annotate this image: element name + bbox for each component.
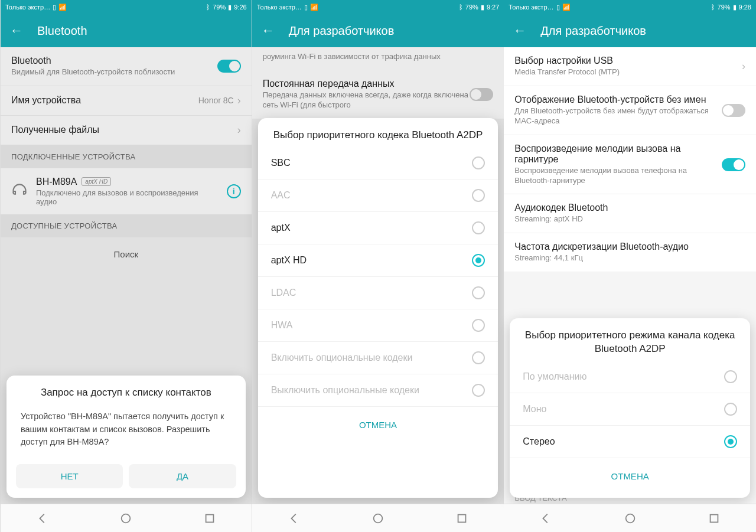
dialog-title: Запрос на доступ к списку контактов xyxy=(6,376,246,404)
nav-back-icon[interactable] xyxy=(288,512,301,525)
bt-noname-row[interactable]: Отображение Bluetooth-устройств без имен… xyxy=(504,86,756,135)
bt-codec-row[interactable]: Аудиокодек Bluetooth Streaming: aptX HD xyxy=(504,194,756,233)
nav-bar xyxy=(252,504,504,532)
codec-option-enable-optional[interactable]: Включить опциональные кодеки xyxy=(258,342,498,374)
row-sub: Воспроизведение мелодии вызова телефона … xyxy=(514,166,722,186)
back-icon[interactable]: ← xyxy=(262,23,275,38)
codec-option-aptxhd[interactable]: aptX HD xyxy=(258,244,498,277)
search-label: Поиск xyxy=(1,237,252,271)
appbar-title: Для разработчиков xyxy=(289,24,395,38)
codec-option-disable-optional[interactable]: Выключить опциональные кодеки xyxy=(258,374,498,407)
sim-icon: ▯ xyxy=(556,4,560,11)
radio-selected-icon xyxy=(472,254,485,267)
row-title: Частота дискретизации Bluetooth-аудио xyxy=(514,241,745,252)
channel-mode-dialog: Выбор приоритетного режима канала кодека… xyxy=(510,318,750,498)
svg-point-2 xyxy=(374,514,383,523)
time-label: 9:27 xyxy=(487,4,499,11)
back-icon[interactable]: ← xyxy=(10,23,23,38)
row-sub: Streaming: aptX HD xyxy=(514,214,745,224)
radio-icon xyxy=(472,384,485,397)
nav-home-icon[interactable] xyxy=(119,512,132,525)
channel-option-mono[interactable]: Моно xyxy=(510,393,750,426)
bluetooth-icon: ᛒ xyxy=(459,4,463,11)
carrier-label: Только экстр… xyxy=(5,4,50,11)
bt-sub: Видимый для Bluetooth-устройств поблизос… xyxy=(11,67,217,77)
wifi-roaming-row[interactable]: роуминга Wi-Fi в зависимости от трафика … xyxy=(252,47,504,70)
radio-icon xyxy=(724,403,737,416)
ringtone-toggle[interactable] xyxy=(722,158,745,171)
row-sub: Передача данных включена всегда, даже ко… xyxy=(263,90,470,110)
row-title: Отображение Bluetooth-устройств без имен xyxy=(514,94,722,105)
phone-screen-1: Только экстр… ▯ 📶 ᛒ 79% ▮ 9:26 ← Bluetoo… xyxy=(0,0,252,532)
radio-icon xyxy=(472,286,485,299)
phone-screen-3: Только экстр… ▯ 📶 ᛒ 79% ▮ 9:28 ← Для раз… xyxy=(504,0,756,532)
chevron-right-icon: › xyxy=(237,124,241,136)
channel-options-list: По умолчанию Моно Стерео xyxy=(510,361,750,458)
codec-badge: aptX HD xyxy=(82,177,111,186)
nav-bar xyxy=(1,504,252,532)
back-icon[interactable]: ← xyxy=(513,23,526,38)
app-bar: ← Для разработчиков xyxy=(504,14,756,47)
row-sub: Для Bluetooth-устройств без имен будут о… xyxy=(514,106,722,126)
codec-option-aac[interactable]: AAC xyxy=(258,179,498,212)
row-title: Аудиокодек Bluetooth xyxy=(514,203,745,213)
appbar-title: Для разработчиков xyxy=(540,24,646,38)
dialog-no-button[interactable]: НЕТ xyxy=(16,464,123,488)
nav-recent-icon[interactable] xyxy=(708,512,721,525)
bt-title: Bluetooth xyxy=(11,56,217,66)
nav-home-icon[interactable] xyxy=(624,512,637,525)
signal-icon: 📶 xyxy=(58,4,67,11)
bt-noname-toggle[interactable] xyxy=(722,104,745,117)
battery-label: 79% xyxy=(213,4,226,11)
bluetooth-toggle[interactable] xyxy=(217,60,241,73)
connected-device-row[interactable]: BH-M89A aptX HD Подключено для вызовов и… xyxy=(1,168,252,214)
chevron-right-icon: › xyxy=(237,94,241,107)
svg-point-4 xyxy=(625,514,634,523)
battery-icon: ▮ xyxy=(481,4,484,11)
chevron-right-icon: › xyxy=(742,60,745,73)
received-files-row[interactable]: Полученные файлы › xyxy=(1,116,252,145)
section-available: ДОСТУПНЫЕ УСТРОЙСТВА xyxy=(1,214,252,237)
codec-option-hwa[interactable]: HWA xyxy=(258,309,498,342)
dialog-yes-button[interactable]: ДА xyxy=(129,464,236,488)
mobile-data-toggle[interactable] xyxy=(470,88,493,101)
mobile-data-always-row[interactable]: Постоянная передача данных Передача данн… xyxy=(252,70,504,119)
appbar-title: Bluetooth xyxy=(37,24,87,38)
phone-screen-2: Только экстр… ▯ 📶 ᛒ 79% ▮ 9:27 ← Для раз… xyxy=(252,0,504,532)
svg-point-0 xyxy=(122,514,131,523)
signal-icon: 📶 xyxy=(310,4,318,11)
info-icon[interactable]: i xyxy=(227,184,241,198)
status-bar: Только экстр… ▯ 📶 ᛒ 79% ▮ 9:27 xyxy=(252,0,504,14)
codec-option-ldac[interactable]: LDAC xyxy=(258,277,498,309)
carrier-label: Только экстр… xyxy=(257,4,302,11)
radio-icon xyxy=(472,189,485,202)
nav-recent-icon[interactable] xyxy=(203,512,216,525)
device-name: BH-M89A xyxy=(36,177,77,187)
row-title: Воспроизведение мелодии вызова на гарнит… xyxy=(514,143,722,165)
ringtone-headset-row[interactable]: Воспроизведение мелодии вызова на гарнит… xyxy=(504,135,756,195)
nav-back-icon[interactable] xyxy=(36,512,49,525)
codec-select-dialog: Выбор приоритетного кодека Bluetooth A2D… xyxy=(258,118,498,498)
bluetooth-toggle-row[interactable]: Bluetooth Видимый для Bluetooth-устройст… xyxy=(1,47,252,86)
usb-config-row[interactable]: Выбор настройки USB Media Transfer Proto… xyxy=(504,47,756,86)
radio-icon xyxy=(472,156,485,169)
signal-icon: 📶 xyxy=(562,4,571,11)
dialog-cancel-button[interactable]: ОТМЕНА xyxy=(268,413,489,437)
channel-option-default[interactable]: По умолчанию xyxy=(510,361,750,393)
device-name-row[interactable]: Имя устройства Honor 8C › xyxy=(1,86,252,116)
codec-option-aptx[interactable]: aptX xyxy=(258,212,498,244)
app-bar: ← Bluetooth xyxy=(1,14,252,47)
bt-samplerate-row[interactable]: Частота дискретизации Bluetooth-аудио St… xyxy=(504,233,756,272)
nav-back-icon[interactable] xyxy=(539,512,552,525)
nav-bar xyxy=(504,504,756,532)
codec-option-sbc[interactable]: SBC xyxy=(258,147,498,179)
dialog-cancel-button[interactable]: ОТМЕНА xyxy=(519,464,741,488)
battery-icon: ▮ xyxy=(733,4,737,11)
row-title: Выбор настройки USB xyxy=(514,56,742,66)
nav-recent-icon[interactable] xyxy=(455,512,468,525)
contacts-access-dialog: Запрос на доступ к списку контактов Устр… xyxy=(6,376,246,498)
dialog-body: Устройство "BH-M89A" пытается получить д… xyxy=(6,404,246,458)
nav-home-icon[interactable] xyxy=(372,512,384,525)
dialog-title: Выбор приоритетного режима канала кодека… xyxy=(510,318,750,361)
channel-option-stereo[interactable]: Стерео xyxy=(510,426,750,458)
